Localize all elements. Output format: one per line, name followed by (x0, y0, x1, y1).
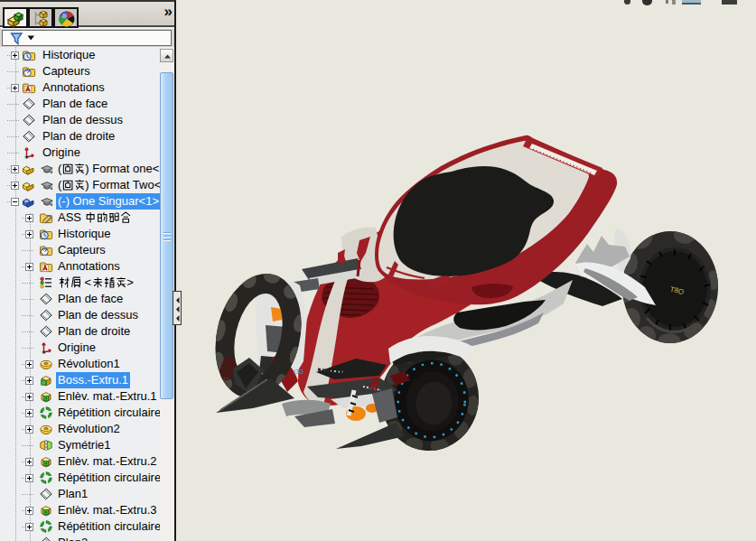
svg-text:i30: i30 (294, 368, 303, 376)
